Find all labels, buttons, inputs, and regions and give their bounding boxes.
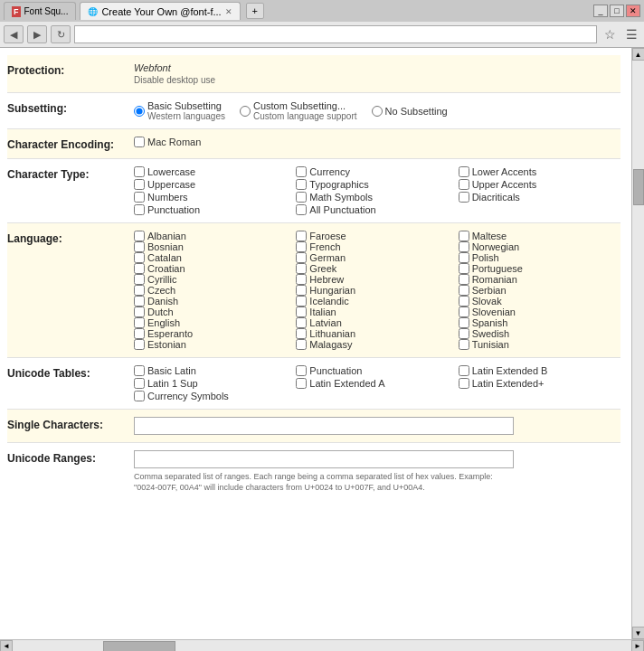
unicode-table-latin-1-sup[interactable]: Latin 1 Sup — [134, 378, 296, 389]
scroll-down-button[interactable]: ▼ — [632, 627, 645, 639]
unicode-table-basic-latin[interactable]: Basic Latin — [134, 365, 296, 376]
lang-swedish-cb[interactable] — [459, 328, 469, 339]
chartype-currency-cb[interactable] — [296, 166, 307, 177]
bookmark-icon[interactable]: ☆ — [601, 25, 619, 43]
chartype-lower-accents[interactable]: Lower Accents — [459, 166, 620, 177]
unicode-table-latin-extended-a[interactable]: Latin Extended A — [296, 378, 458, 389]
chartype-upper-accents-cb[interactable] — [459, 179, 469, 190]
chartype-diacriticals[interactable]: Diacriticals — [459, 192, 620, 203]
lang-cyrillic-cb[interactable] — [134, 274, 145, 285]
lang-norwegian-cb[interactable] — [459, 241, 469, 252]
lang-hebrew-cb[interactable] — [296, 274, 307, 285]
lang-english-cb[interactable] — [134, 317, 145, 328]
lang-spanish[interactable]: Spanish — [459, 317, 620, 328]
lang-portuguese-cb[interactable] — [459, 263, 469, 274]
lang-icelandic[interactable]: Icelandic — [296, 296, 458, 307]
menu-icon[interactable]: ☰ — [622, 25, 640, 43]
lang-hungarian[interactable]: Hungarian — [296, 285, 458, 296]
lang-dutch[interactable]: Dutch — [134, 307, 296, 317]
lang-romanian[interactable]: Romanian — [459, 274, 620, 285]
lang-slovak[interactable]: Slovak — [459, 296, 620, 307]
lang-lithuanian[interactable]: Lithuanian — [296, 328, 458, 339]
lang-latvian-cb[interactable] — [296, 317, 307, 328]
lang-croatian-cb[interactable] — [134, 263, 145, 274]
close-button[interactable]: ✕ — [626, 5, 640, 17]
forward-button[interactable]: ▶ — [27, 25, 47, 43]
unicode-ranges-input[interactable] — [134, 450, 514, 468]
chartype-numbers[interactable]: Numbers — [134, 192, 296, 203]
lang-estonian[interactable]: Estonian — [134, 339, 296, 350]
lang-french-cb[interactable] — [296, 241, 307, 252]
chartype-all-punctuation[interactable]: All Punctuation — [296, 204, 458, 215]
horizontal-scrollbar[interactable]: ◄ ► — [0, 639, 644, 651]
minimize-button[interactable]: _ — [593, 5, 608, 17]
encoding-mac-roman[interactable]: Mac Roman — [134, 137, 201, 147]
lang-esperanto[interactable]: Esperanto — [134, 328, 296, 339]
lang-cyrillic[interactable]: Cyrillic — [134, 274, 296, 285]
chartype-punctuation-cb[interactable] — [134, 204, 145, 215]
lang-catalan-cb[interactable] — [134, 252, 145, 263]
unicode-table-punctuation[interactable]: Punctuation — [296, 365, 458, 376]
lang-dutch-cb[interactable] — [134, 307, 145, 317]
encoding-mac-roman-checkbox[interactable] — [134, 137, 145, 147]
unicode-table-currency-symbols[interactable]: Currency Symbols — [134, 391, 296, 401]
subsetting-basic-radio[interactable] — [134, 106, 145, 117]
new-tab-button[interactable]: + — [246, 3, 264, 19]
subsetting-none[interactable]: No Subsetting — [372, 100, 448, 121]
subsetting-custom-radio[interactable] — [240, 106, 251, 117]
scroll-up-button[interactable]: ▲ — [632, 48, 645, 61]
lang-slovenian[interactable]: Slovenian — [459, 307, 620, 317]
back-button[interactable]: ◀ — [4, 25, 24, 43]
chartype-typographics-cb[interactable] — [296, 179, 307, 190]
lang-serbian-cb[interactable] — [459, 285, 469, 296]
refresh-button[interactable]: ↻ — [51, 25, 71, 43]
lang-czech[interactable]: Czech — [134, 285, 296, 296]
tab-webfont-generator[interactable]: 🌐 Create Your Own @font-f... ✕ — [80, 2, 240, 20]
unicode-table-latin-extended-b[interactable]: Latin Extended B — [459, 365, 620, 376]
chartype-currency[interactable]: Currency — [296, 166, 458, 177]
vertical-scrollbar[interactable]: ▲ ▼ — [631, 48, 644, 639]
lang-hungarian-cb[interactable] — [296, 285, 307, 296]
lang-malagasy[interactable]: Malagasy — [296, 339, 458, 350]
lang-albanian[interactable]: Albanian — [134, 231, 296, 241]
lang-serbian[interactable]: Serbian — [459, 285, 620, 296]
lang-portuguese[interactable]: Portuguese — [459, 263, 620, 274]
single-chars-input[interactable] — [134, 417, 514, 435]
lang-catalan[interactable]: Catalan — [134, 252, 296, 263]
subsetting-custom[interactable]: Custom Subsetting... Custom language sup… — [240, 100, 357, 121]
lang-german[interactable]: German — [296, 252, 458, 263]
lang-polish-cb[interactable] — [459, 252, 469, 263]
tab2-close[interactable]: ✕ — [225, 7, 232, 16]
lang-hebrew[interactable]: Hebrew — [296, 274, 458, 285]
chartype-punctuation[interactable]: Punctuation — [134, 204, 296, 215]
lang-bosnian-cb[interactable] — [134, 241, 145, 252]
lang-danish[interactable]: Danish — [134, 296, 296, 307]
lang-tunisian[interactable]: Tunisian — [459, 339, 620, 350]
tab-fontsquirrel[interactable]: F Font Squ... — [4, 2, 76, 20]
lang-malagasy-cb[interactable] — [296, 339, 307, 350]
lang-latvian[interactable]: Latvian — [296, 317, 458, 328]
lang-lithuanian-cb[interactable] — [296, 328, 307, 339]
chartype-uppercase[interactable]: Uppercase — [134, 179, 296, 190]
lang-swedish[interactable]: Swedish — [459, 328, 620, 339]
lang-maltese[interactable]: Maltese — [459, 231, 620, 241]
lang-english[interactable]: English — [134, 317, 296, 328]
scroll-right-button[interactable]: ► — [631, 640, 644, 652]
lang-italian-cb[interactable] — [296, 307, 307, 317]
lang-italian[interactable]: Italian — [296, 307, 458, 317]
lang-faroese[interactable]: Faroese — [296, 231, 458, 241]
lang-faroese-cb[interactable] — [296, 231, 307, 241]
lang-spanish-cb[interactable] — [459, 317, 469, 328]
scroll-left-button[interactable]: ◄ — [0, 640, 13, 652]
lang-croatian[interactable]: Croatian — [134, 263, 296, 274]
lang-norwegian[interactable]: Norwegian — [459, 241, 620, 252]
unicode-table-latin-extended+[interactable]: Latin Extended+ — [459, 378, 620, 389]
maximize-button[interactable]: □ — [610, 5, 624, 17]
lang-romanian-cb[interactable] — [459, 274, 469, 285]
lang-french[interactable]: French — [296, 241, 458, 252]
lang-maltese-cb[interactable] — [459, 231, 469, 241]
lang-icelandic-cb[interactable] — [296, 296, 307, 307]
lang-czech-cb[interactable] — [134, 285, 145, 296]
chartype-diacriticals-cb[interactable] — [459, 192, 469, 203]
chartype-math-symbols-cb[interactable] — [296, 192, 307, 203]
